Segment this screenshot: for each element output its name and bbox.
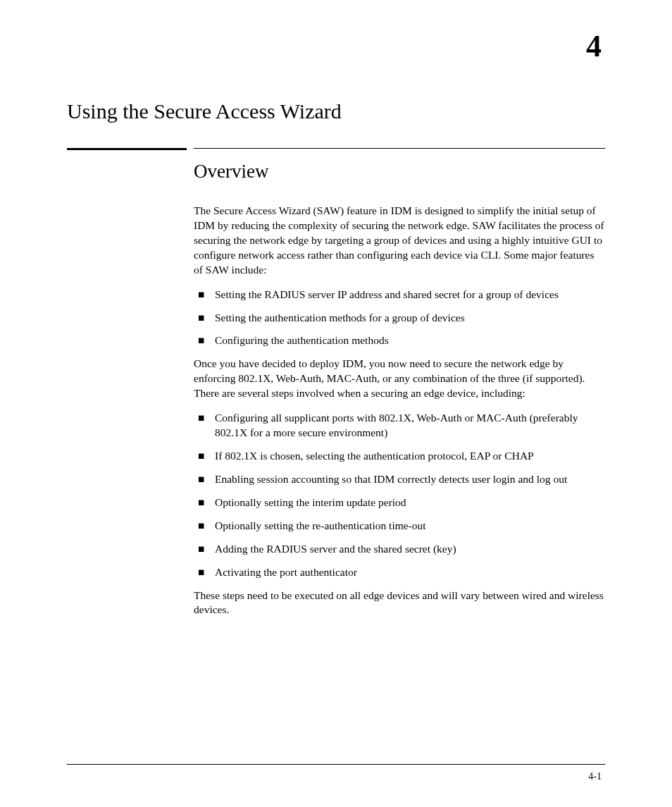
list-item-text: Enabling session accounting so that IDM … <box>215 472 605 487</box>
section-heading: Overview <box>194 161 605 183</box>
bullet-icon: ■ <box>194 565 215 580</box>
list-item-text: Configuring the authentication methods <box>215 333 605 348</box>
footer-rule <box>67 764 605 765</box>
list-item: ■ Activating the port authenticator <box>194 565 605 580</box>
bullet-icon: ■ <box>194 472 215 487</box>
list-item-text: Adding the RADIUS server and the shared … <box>215 542 605 557</box>
content-area: Overview The Secure Access Wizard (SAW) … <box>194 161 605 617</box>
list-item: ■ Adding the RADIUS server and the share… <box>194 542 605 557</box>
list-item-text: Configuring all supplicant ports with 80… <box>215 411 605 441</box>
bullet-icon: ■ <box>194 411 215 441</box>
chapter-title: Using the Secure Access Wizard <box>67 99 605 123</box>
list-item-text: Setting the authentication methods for a… <box>215 311 605 326</box>
chapter-number: 4 <box>67 28 602 64</box>
list-item: ■ Optionally setting the interim update … <box>194 495 605 510</box>
body-paragraph: Once you have decided to deploy IDM, you… <box>194 357 605 401</box>
bullet-icon: ■ <box>194 449 215 464</box>
closing-paragraph: These steps need to be executed on all e… <box>194 589 605 618</box>
list-item-text: Setting the RADIUS server IP address and… <box>215 288 605 302</box>
bullet-icon: ■ <box>194 333 215 348</box>
list-item: ■ Enabling session accounting so that ID… <box>194 472 605 487</box>
list-item: ■ Optionally setting the re-authenticati… <box>194 519 605 534</box>
list-item: ■ If 802.1X is chosen, selecting the aut… <box>194 449 605 464</box>
list-item-text: Optionally setting the interim update pe… <box>215 495 605 510</box>
bullet-icon: ■ <box>194 519 215 534</box>
list-item-text: Optionally setting the re-authentication… <box>215 519 605 534</box>
bullet-icon: ■ <box>194 542 215 557</box>
bullet-icon: ■ <box>194 288 215 302</box>
page-number: 4-1 <box>588 771 602 782</box>
features-list: ■ Setting the RADIUS server IP address a… <box>194 288 605 349</box>
bullet-icon: ■ <box>194 495 215 510</box>
list-item: ■ Configuring all supplicant ports with … <box>194 411 605 441</box>
list-item: ■ Configuring the authentication methods <box>194 333 605 348</box>
bullet-icon: ■ <box>194 311 215 326</box>
list-item: ■ Setting the RADIUS server IP address a… <box>194 288 605 302</box>
list-item-text: If 802.1X is chosen, selecting the authe… <box>215 449 605 464</box>
intro-paragraph: The Secure Access Wizard (SAW) feature i… <box>194 204 605 278</box>
list-item: ■ Setting the authentication methods for… <box>194 311 605 326</box>
list-item-text: Activating the port authenticator <box>215 565 605 580</box>
heading-rule <box>67 148 605 150</box>
steps-list: ■ Configuring all supplicant ports with … <box>194 411 605 579</box>
